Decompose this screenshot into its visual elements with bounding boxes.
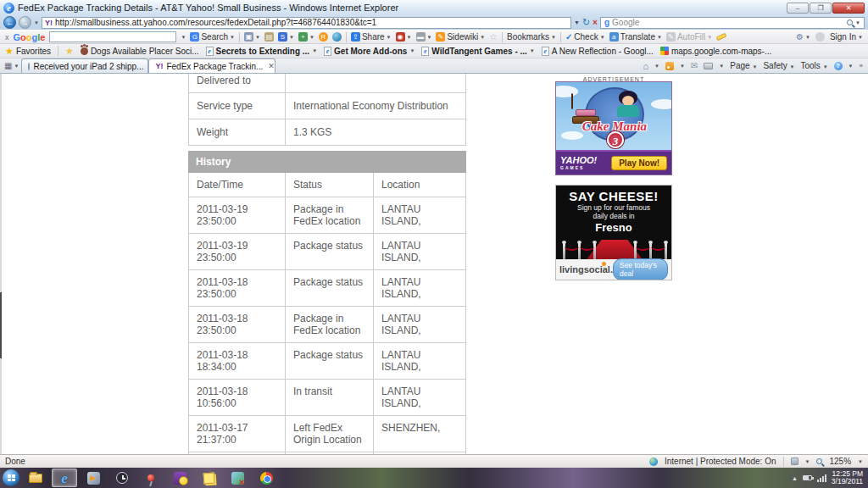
cake-mania-ad[interactable]: Cake Mania 3 YAHOO!GAMES Play Now!	[555, 81, 672, 175]
column-header: Date/Time	[189, 173, 286, 197]
grid-icon[interactable]: ▤	[264, 32, 274, 42]
favorite-item-reflection[interactable]: eA New Reflection - Googl...	[542, 47, 654, 56]
home-icon[interactable]: ⌂	[643, 61, 648, 71]
zoom-magnifier-icon[interactable]	[816, 458, 822, 464]
paw-icon	[81, 47, 88, 55]
safety-menu[interactable]: Safety ▼	[763, 61, 794, 70]
address-dropdown-icon[interactable]: ▼	[574, 19, 580, 25]
gray-widget-button[interactable]: ▬▼	[416, 32, 432, 42]
zoom-level[interactable]: 125%	[829, 457, 851, 466]
battery-icon[interactable]	[803, 475, 812, 480]
table-row: 2011-03-18 23:50:00Package in FedEx loca…	[189, 306, 465, 342]
page-widget-button[interactable]: ▣▼	[244, 32, 260, 42]
taskbar-explorer[interactable]	[23, 469, 48, 487]
taskbar-games-app[interactable]	[225, 469, 250, 487]
ie-window: e FedEx Package Tracking Details - AT&T …	[0, 0, 868, 488]
autofill-button[interactable]: ✎AutoFill▼	[666, 32, 712, 42]
ad-copy-line2: daily deals in	[556, 212, 671, 220]
quick-tabs-button[interactable]: ▦▼	[4, 61, 19, 70]
search-magnifier-icon[interactable]	[847, 19, 853, 25]
refresh-icon[interactable]: ↻	[582, 17, 590, 28]
highlighter-icon[interactable]	[716, 33, 727, 42]
plus-icon: +	[298, 32, 308, 42]
command-bar: ⌂▼ ▼ ✉ ▼ Page ▼ Safety ▼ Tools ▼ ?▼ »	[643, 61, 866, 71]
favorites-bar: ★Favorites ★ Dogs Available Placer Soci.…	[0, 44, 868, 58]
back-button[interactable]: ←	[3, 16, 16, 29]
favorite-item-wildtangent[interactable]: eWildTangent Games - ...▼	[421, 47, 534, 56]
photos-button[interactable]: ◉▼	[396, 32, 412, 42]
taskbar-pinned-app[interactable]	[138, 469, 164, 487]
favorite-item-maps[interactable]: maps.google.com-maps-...	[660, 47, 771, 56]
compatibility-view-icon[interactable]	[791, 458, 798, 465]
bookmark-star-icon[interactable]: ☆	[489, 31, 498, 42]
divider	[239, 32, 240, 42]
print-icon[interactable]	[704, 63, 713, 69]
favorite-item-secrets[interactable]: eSecrets to Extending ...▼	[206, 47, 318, 56]
taskbar-sticky-notes[interactable]	[196, 469, 221, 487]
toolbar-close-icon[interactable]: x	[5, 33, 9, 42]
favorite-item-addons[interactable]: eGet More Add-ons▼	[324, 47, 415, 56]
url-input[interactable]	[55, 18, 568, 27]
toolbar-search-dropdown-icon[interactable]: ▼	[181, 35, 186, 40]
toolbar-search-button[interactable]: G Search▼	[190, 32, 235, 42]
taskbar-internet-explorer[interactable]: e	[52, 469, 77, 487]
tab-fedex-tracking[interactable]: Y! FedEx Package Trackin... ✕	[148, 58, 275, 73]
help-icon[interactable]: ?	[834, 62, 843, 70]
overflow-chevron-icon[interactable]: »	[860, 62, 863, 69]
restore-button[interactable]: ❐	[810, 3, 832, 14]
earth-icon[interactable]	[332, 32, 342, 42]
tools-menu[interactable]: Tools ▼	[801, 61, 828, 70]
close-button[interactable]: ✕	[832, 3, 865, 14]
bookmarks-button[interactable]: Bookmarks▼	[507, 32, 556, 42]
tray-expand-icon[interactable]: ▲	[792, 475, 798, 481]
favorites-button[interactable]: ★Favorites	[5, 46, 51, 57]
feed-dropdown-icon[interactable]: ▼	[680, 64, 685, 69]
taskbar-chrome[interactable]	[253, 469, 279, 487]
taskbar-clock-app[interactable]	[109, 469, 135, 487]
address-field[interactable]: Y!	[42, 17, 571, 29]
folder-icon	[29, 474, 42, 483]
add-widget-button[interactable]: +▼	[298, 32, 314, 42]
help-dropdown-icon[interactable]: ▼	[849, 64, 854, 69]
translate-icon: a	[609, 32, 619, 42]
read-mail-icon[interactable]: ✉	[691, 61, 698, 70]
forward-button[interactable]: →	[19, 16, 31, 29]
swirl-button[interactable]: S▼	[278, 32, 294, 42]
zone-dropdown-icon[interactable]: ▼	[805, 459, 810, 464]
check-button[interactable]: ✓Check▼	[565, 32, 605, 42]
zoom-dropdown-icon[interactable]: ▼	[858, 459, 863, 464]
taskbar-clock[interactable]: 12:25 PM 3/19/2011	[832, 470, 865, 486]
toolbar-settings-button[interactable]: ⚙▼	[796, 32, 810, 42]
tab-close-icon[interactable]: ✕	[268, 62, 275, 70]
see-deal-button[interactable]: See today's deal	[613, 258, 668, 280]
print-dropdown-icon[interactable]: ▼	[719, 64, 724, 69]
start-button[interactable]	[3, 469, 19, 486]
r-badge-icon[interactable]: R	[319, 32, 328, 42]
home-dropdown-icon[interactable]: ▼	[654, 64, 659, 69]
page-menu[interactable]: Page ▼	[730, 61, 757, 70]
scrollbar-thumb[interactable]	[0, 292, 2, 358]
translate-button[interactable]: aTranslate▼	[609, 32, 662, 42]
rss-feed-icon[interactable]	[665, 62, 674, 70]
nav-history-dropdown-icon[interactable]: ▼	[34, 20, 39, 25]
share-button[interactable]: ⇪Share▼	[351, 32, 392, 42]
search-dropdown-icon[interactable]: ▼	[855, 20, 860, 25]
favorite-item-dogs[interactable]: Dogs Available Placer Soci...	[81, 47, 199, 56]
yahoo-favicon-icon: Y!	[45, 19, 53, 27]
livingsocial-ad[interactable]: SAY CHEESE! Sign up for our famous daily…	[555, 185, 672, 280]
signin-button[interactable]: Sign In▼	[830, 32, 863, 42]
taskbar-media-player[interactable]: ▶	[81, 469, 106, 487]
table-row: Weight 1.3 KGS	[189, 119, 465, 145]
yahoo-games-bar: YAHOO!GAMES Play Now!	[556, 150, 671, 175]
network-signal-icon[interactable]	[817, 474, 826, 482]
minimize-button[interactable]: –	[787, 3, 809, 14]
toolbar-search-input[interactable]	[49, 31, 176, 42]
google-maps-icon	[660, 47, 669, 55]
play-now-button[interactable]: Play Now!	[611, 156, 667, 170]
ie-search-box[interactable]: g Google ▼	[600, 17, 865, 29]
taskbar-yahoo-messenger[interactable]	[167, 469, 192, 487]
tab-ipad-shipping[interactable]: Received your iPad 2 shipp...	[21, 58, 148, 73]
stop-icon[interactable]: ×	[593, 18, 598, 27]
sidewiki-button[interactable]: ✎Sidewiki▼	[436, 32, 485, 42]
add-favorite-icon[interactable]: ★	[65, 46, 74, 57]
